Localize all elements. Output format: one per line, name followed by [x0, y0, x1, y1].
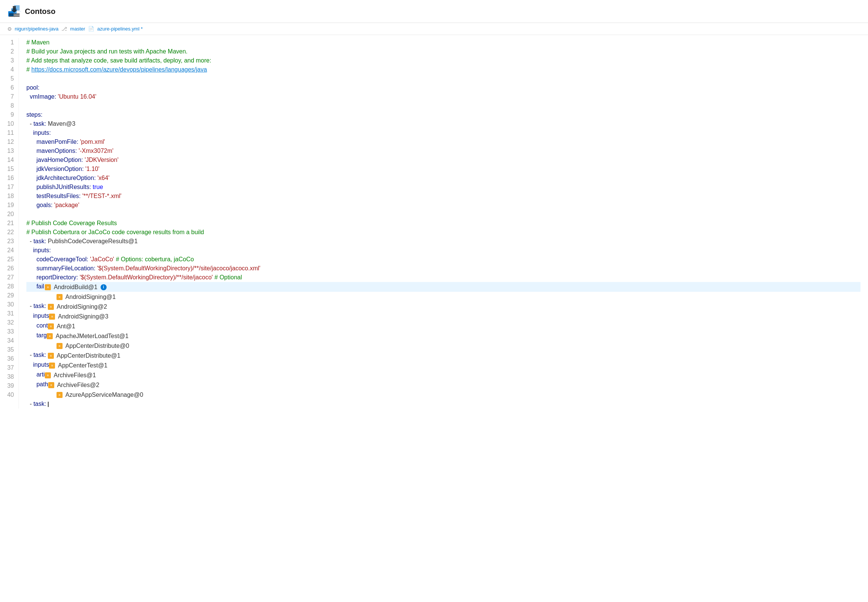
code-line-2: # Build your Java projects and run tests…	[26, 47, 860, 56]
code-line-20	[26, 210, 860, 219]
code-line-21: # Publish Code Coverage Results	[26, 219, 860, 228]
breadcrumb-repo-icon: ⊙	[8, 26, 12, 32]
line-numbers: 1 2 3 4 5 6 7 8 9 10 11 12 13 14 15 16 1…	[0, 38, 19, 408]
code-line-17: publishJUnitResults: true	[26, 183, 860, 192]
task-icon-37: ≡	[45, 372, 51, 378]
code-line-13: mavenOptions: '-Xmx3072m'	[26, 146, 860, 155]
code-line-33[interactable]: targ≡ ApacheJMeterLoadTest@1	[26, 331, 860, 341]
info-icon-28[interactable]: i	[101, 284, 107, 290]
code-line-8	[26, 101, 860, 110]
code-line-30[interactable]: - task: ≡ AndroidSigning@2	[26, 301, 860, 311]
code-line-4: # https://docs.microsoft.com/azure/devop…	[26, 65, 860, 74]
code-line-12: mavenPomFile: 'pom.xml'	[26, 137, 860, 146]
header: Contoso	[0, 0, 868, 23]
svg-rect-4	[9, 15, 20, 17]
code-line-9: steps:	[26, 110, 860, 119]
code-line-39[interactable]: ≡ AzureAppServiceManage@0	[26, 390, 860, 399]
code-line-36[interactable]: inputs≡ AppCenterTest@1	[26, 360, 860, 370]
code-line-6: pool:	[26, 83, 860, 92]
task-icon-29: ≡	[57, 294, 63, 300]
code-line-38[interactable]: path≡ ArchiveFiles@2	[26, 380, 860, 390]
breadcrumb-branch[interactable]: master	[70, 26, 85, 32]
code-line-37[interactable]: arti≡ ArchiveFiles@1	[26, 370, 860, 380]
task-icon-30: ≡	[48, 304, 54, 310]
app-title: Contoso	[25, 7, 55, 16]
task-icon-33: ≡	[47, 333, 53, 339]
logo-icon	[8, 5, 21, 18]
code-line-24: inputs:	[26, 246, 860, 255]
task-icon-35: ≡	[48, 353, 54, 359]
code-line-25: codeCoverageTool: 'JaCoCo' # Options: co…	[26, 255, 860, 264]
task-icon-31: ≡	[49, 313, 55, 319]
svg-rect-3	[9, 14, 20, 15]
code-line-18: testResultsFiles: '**/TEST-*.xml'	[26, 192, 860, 201]
task-icon-38: ≡	[48, 382, 54, 388]
code-line-19: goals: 'package'	[26, 201, 860, 210]
code-line-28[interactable]: fail≡ AndroidBuild@1i	[26, 282, 860, 292]
code-line-5	[26, 74, 860, 83]
code-line-35[interactable]: - task: ≡ AppCenterDistribute@1	[26, 350, 860, 360]
code-line-29[interactable]: ≡ AndroidSigning@1	[26, 292, 860, 301]
task-icon-39: ≡	[57, 392, 63, 398]
task-icon-34: ≡	[57, 343, 63, 349]
code-line-1: # Maven	[26, 38, 860, 47]
breadcrumb-sep1: ⎇	[62, 26, 67, 32]
code-line-11: inputs:	[26, 128, 860, 137]
code-line-23: - task: PublishCodeCoverageResults@1	[26, 237, 860, 246]
code-area[interactable]: # Maven # Build your Java projects and r…	[19, 38, 868, 408]
code-line-22: # Publish Cobertura or JaCoCo code cover…	[26, 228, 860, 237]
code-line-27: reportDirectory: '$(System.DefaultWorkin…	[26, 273, 860, 282]
task-icon-32: ≡	[48, 323, 54, 329]
code-line-3: # Add steps that analyze code, save buil…	[26, 56, 860, 65]
code-line-31[interactable]: inputs≡ AndroidSigning@3	[26, 311, 860, 321]
breadcrumb-sep2: 📄	[88, 26, 94, 32]
task-icon-28: ≡	[45, 284, 51, 290]
code-line-32[interactable]: cont≡ Ant@1	[26, 321, 860, 331]
code-line-15: jdkVersionOption: '1.10'	[26, 164, 860, 174]
code-line-16: jdkArchitectureOption: 'x64'	[26, 174, 860, 183]
breadcrumb-file[interactable]: azure-pipelines.yml *	[97, 26, 143, 32]
code-line-40[interactable]: - task:	[26, 399, 860, 408]
code-line-26: summaryFileLocation: '$(System.DefaultWo…	[26, 264, 860, 273]
code-line-34[interactable]: ≡ AppCenterDistribute@0	[26, 341, 860, 350]
editor: 1 2 3 4 5 6 7 8 9 10 11 12 13 14 15 16 1…	[0, 35, 868, 412]
code-line-10: - task: Maven@3	[26, 119, 860, 128]
breadcrumb: ⊙ nigurr/pipelines-java ⎇ master 📄 azure…	[0, 23, 868, 35]
code-line-14: javaHomeOption: 'JDKVersion'	[26, 155, 860, 164]
code-line-7: vmImage: 'Ubuntu 16.04'	[26, 92, 860, 101]
breadcrumb-repo[interactable]: nigurr/pipelines-java	[15, 26, 58, 32]
task-icon-36: ≡	[49, 362, 55, 369]
